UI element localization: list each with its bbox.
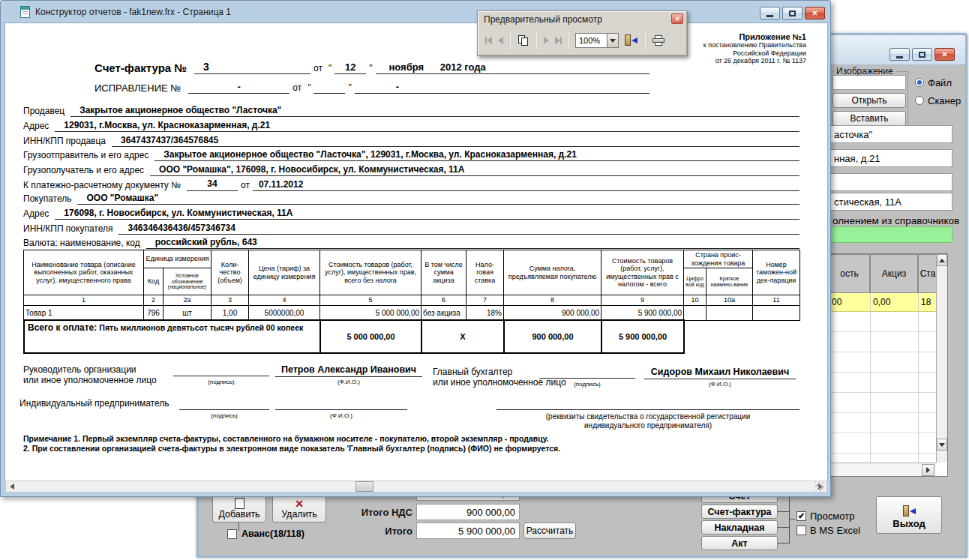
vat-total-input[interactable]: 900 000,00 — [416, 504, 520, 520]
address2-input[interactable]: стическая, 11А — [830, 193, 952, 211]
file-radio[interactable] — [915, 78, 924, 87]
field-label: Адрес — [23, 208, 55, 220]
invoice-field-row: Валюта: наименование, кодроссийский рубл… — [23, 237, 800, 249]
minimize-icon — [896, 56, 903, 58]
toolbar-separator — [568, 32, 569, 49]
signature-line — [179, 398, 269, 410]
seller-input[interactable]: асточка" — [830, 125, 952, 143]
invoice-field-row: ИНН/КПП продавца3647437437/364576845 — [23, 134, 800, 147]
total-tax-cell: 900 000,00 — [504, 320, 602, 353]
vat-total-value: 900 000,00 — [466, 507, 515, 518]
preview-checkbox[interactable]: ✔ — [796, 511, 806, 521]
connector-line — [778, 527, 789, 528]
last-page-button[interactable] — [552, 31, 565, 49]
grand-total-label: Итого — [330, 526, 412, 537]
print-button[interactable] — [650, 31, 668, 49]
editor-close-button[interactable]: ✕ — [934, 48, 955, 61]
preview-checkbox-label: Просмотр — [810, 511, 854, 522]
scroll-right-icon[interactable] — [922, 464, 934, 476]
field-value: Закрытое акционерное общество "Ласточка"… — [154, 148, 800, 161]
col-header: Коли-чество (объем) — [212, 250, 249, 295]
grid-gridline — [870, 293, 871, 464]
col-header: Сумма налога, предъявляемая покупателю — [504, 250, 602, 295]
calculate-button[interactable]: Рассчитать — [524, 523, 576, 539]
field-label: ИНН/КПП продавца — [23, 135, 112, 147]
col-header: Цена (тариф) за единицу измерения — [249, 250, 320, 295]
grand-total-input[interactable]: 5 900 000,00 — [416, 523, 520, 539]
close-preview-button[interactable] — [621, 31, 641, 49]
advance-checkbox[interactable] — [227, 529, 237, 539]
add-page-icon — [235, 498, 244, 509]
scroll-thumb[interactable] — [356, 481, 374, 492]
invoice-day: 12 — [334, 61, 366, 74]
ready-progressbar — [830, 226, 952, 243]
registration-caption: (реквизиты свидетельства о государственн… — [496, 412, 800, 421]
signature-caption: (подпись) — [179, 412, 269, 419]
toolbar-separator — [645, 32, 646, 49]
grid-hscrollbar[interactable] — [829, 463, 937, 476]
address-input[interactable]: нная, д.21 — [830, 149, 952, 167]
column-number-row: 122а 345 678 91010а 11 — [24, 295, 800, 306]
field-value: Закрытое акционерное общество "Ласточка" — [70, 104, 800, 117]
first-page-button[interactable] — [482, 31, 495, 49]
accountant-label: Главный бухгалтер — [433, 367, 512, 377]
grid-selected-row[interactable]: 00 0,00 18 — [829, 293, 937, 312]
total-label: Всего к оплате: — [28, 322, 97, 333]
prev-page-icon — [498, 37, 503, 44]
signature-line — [539, 367, 635, 379]
main-close-button[interactable]: ✕ — [805, 7, 825, 19]
act-button[interactable]: Акт — [701, 536, 778, 550]
excel-checkbox[interactable] — [796, 526, 806, 535]
col-header: Единица измерения — [144, 250, 212, 268]
delete-x-icon: ✕ — [295, 499, 304, 509]
connector-line — [789, 496, 790, 544]
col-header: Код — [144, 268, 164, 295]
items-grid[interactable]: ость Акциз Ста 00 0,00 18 — [828, 253, 948, 477]
field-label: Валюта: наименование, код — [23, 237, 146, 249]
zoom-dropdown-button[interactable] — [607, 34, 618, 47]
main-maximize-button[interactable] — [782, 7, 802, 19]
grid-header-cost[interactable]: ость — [829, 254, 870, 293]
quote-mark: " — [366, 62, 375, 74]
main-titlebar[interactable]: Конструктор отчетов - fak1new.frx - Стра… — [1, 1, 830, 23]
chevron-down-icon — [610, 39, 616, 43]
directories-hint-label: олнением из справочников — [832, 215, 959, 226]
prev-page-button[interactable] — [495, 31, 506, 49]
editor-minimize-button[interactable] — [890, 48, 910, 61]
next-page-icon — [544, 37, 549, 44]
note-line: Примечание 1. Первый экземпляр счета-фак… — [23, 434, 548, 443]
printer-icon — [652, 35, 665, 46]
connector-line — [778, 543, 789, 544]
preview-toolbar-window: Предварительный просмотр ✕ 100% — [477, 10, 688, 56]
scroll-down-icon[interactable] — [937, 439, 947, 451]
correction-rest: - — [355, 80, 650, 94]
grid-vscrollbar[interactable] — [936, 254, 947, 464]
open-image-button[interactable]: Открыть — [832, 93, 906, 108]
invoice-field-row: Адрес176098, г. Новосибирск, ул. Коммуни… — [23, 207, 800, 220]
exit-button[interactable]: Выход — [876, 496, 942, 534]
resize-grip[interactable] — [815, 482, 824, 491]
editor-maximize-button[interactable] — [912, 48, 932, 61]
toolbar-title: Предварительный просмотр — [484, 14, 602, 25]
main-minimize-button[interactable] — [760, 7, 780, 19]
insert-image-button[interactable]: Вставить — [832, 111, 906, 126]
preview-hscrollbar[interactable] — [5, 481, 827, 493]
grid-header-excise[interactable]: Акциз — [870, 254, 918, 293]
close-icon: ✕ — [941, 50, 947, 58]
field-label: К платежно-расчетному документу № — [23, 179, 187, 191]
grid-header-rate[interactable]: Ста — [918, 254, 938, 293]
pages-button[interactable] — [514, 31, 532, 49]
empty-input[interactable] — [830, 173, 952, 191]
image-filename-input[interactable] — [832, 75, 906, 90]
scroll-left-icon[interactable] — [6, 481, 18, 492]
next-page-button[interactable] — [541, 31, 552, 49]
invoice-field-row: Грузоотправитель и его адресЗакрытое акц… — [23, 148, 800, 161]
zoom-select[interactable]: 100% — [575, 33, 619, 48]
waybill-button[interactable]: Накладная — [701, 520, 778, 535]
toolbar-close-button[interactable]: ✕ — [671, 13, 683, 24]
connector-line — [789, 519, 795, 520]
scroll-up-icon[interactable] — [937, 254, 947, 266]
invoice-button[interactable]: Счет-фактура — [701, 505, 778, 519]
scanner-radio[interactable] — [915, 96, 924, 105]
grid-empty-rows[interactable] — [829, 312, 937, 464]
